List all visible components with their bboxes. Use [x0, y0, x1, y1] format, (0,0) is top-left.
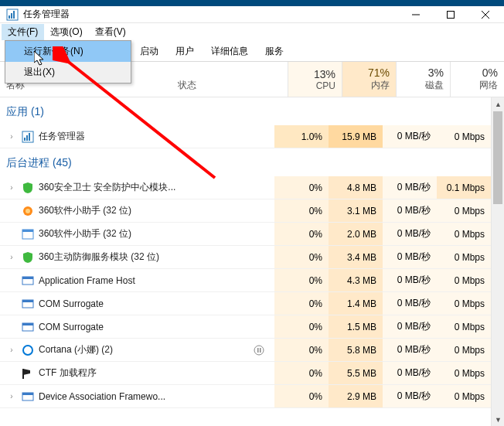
memory-cell: 4.3 MB	[329, 269, 383, 291]
cpu-cell: 1.0%	[274, 125, 329, 148]
memory-cell: 3.4 MB	[329, 246, 383, 268]
process-name: 360软件小助手 (32 位)	[39, 227, 131, 240]
cpu-cell: 0%	[274, 362, 329, 384]
scrollbar-thumb[interactable]	[493, 111, 502, 204]
column-memory[interactable]: 71% 内存	[342, 62, 396, 97]
menu-item-exit[interactable]: 退出(X)	[5, 62, 131, 83]
process-row[interactable]: COM Surrogate0%1.4 MB0 MB/秒0 Mbps	[0, 292, 491, 315]
chevron-right-icon[interactable]: ›	[6, 253, 17, 261]
process-list[interactable]: 应用 (1)›任务管理器1.0%15.9 MB0 MB/秒0 Mbps后台进程 …	[0, 97, 504, 426]
network-cell: 0 Mbps	[437, 339, 491, 361]
svg-rect-28	[22, 393, 33, 395]
menu-item-run-new-task[interactable]: 运行新任务(N)	[5, 41, 131, 62]
process-row[interactable]: ›360主动防御服务模块 (32 位)0%3.4 MB0 MB/秒0 Mbps	[0, 246, 491, 269]
chevron-right-icon[interactable]: ›	[6, 132, 17, 141]
cpu-cell: 0%	[274, 176, 329, 199]
disk-cell: 0 MB/秒	[383, 339, 437, 361]
memory-cell: 4.8 MB	[329, 176, 383, 199]
process-row[interactable]: Application Frame Host0%4.3 MB0 MB/秒0 Mb…	[0, 269, 491, 292]
process-name: 360主动防御服务模块 (32 位)	[39, 250, 159, 264]
process-name-cell: 360软件小助手 (32 位)	[0, 223, 243, 245]
maximize-button[interactable]	[433, 3, 468, 26]
process-row[interactable]: ›Device Association Framewo...0%2.9 MB0 …	[0, 385, 491, 408]
disk-cell: 0 MB/秒	[383, 176, 437, 199]
process-row[interactable]: ›360安全卫士 安全防护中心模块...0%4.8 MB0 MB/秒0.1 Mb…	[0, 176, 491, 199]
chevron-right-icon[interactable]: ›	[6, 346, 17, 354]
disk-cell: 0 MB/秒	[383, 385, 437, 407]
process-icon	[22, 344, 34, 356]
network-cell: 0 Mbps	[437, 223, 491, 245]
column-network[interactable]: 0% 网络	[450, 62, 504, 97]
tab-users[interactable]: 用户	[167, 41, 203, 61]
tab-startup[interactable]: 启动	[131, 41, 167, 61]
process-row[interactable]: COM Surrogate0%1.5 MB0 MB/秒0 Mbps	[0, 315, 491, 339]
disk-cell: 0 MB/秒	[383, 362, 437, 384]
cpu-cell: 0%	[274, 199, 329, 222]
memory-cell: 1.4 MB	[329, 292, 383, 315]
process-name-cell: COM Surrogate	[0, 292, 243, 315]
svg-rect-11	[29, 133, 30, 141]
minimize-button[interactable]	[398, 3, 433, 26]
process-row[interactable]: 360软件小助手 (32 位)0%2.0 MB0 MB/秒0 Mbps	[0, 223, 491, 246]
chevron-right-icon[interactable]: ›	[6, 392, 17, 400]
column-disk[interactable]: 3% 磁盘	[396, 62, 450, 97]
disk-cell: 0 MB/秒	[383, 223, 437, 245]
process-name: 360安全卫士 安全防护中心模块...	[39, 181, 175, 194]
svg-rect-21	[22, 323, 33, 325]
menu-file[interactable]: 文件(F)	[2, 24, 44, 40]
cpu-cell: 0%	[274, 223, 329, 245]
process-name-cell: ›360主动防御服务模块 (32 位)	[0, 246, 243, 268]
memory-cell: 3.1 MB	[329, 199, 383, 222]
status-cell	[243, 246, 274, 268]
status-cell	[243, 339, 274, 361]
network-cell: 0.1 Mbps	[437, 176, 491, 199]
process-row[interactable]: 360软件小助手 (32 位)0%3.1 MB0 MB/秒0 Mbps	[0, 199, 491, 223]
scroll-up-icon[interactable]: ▲	[492, 97, 504, 111]
svg-rect-3	[13, 11, 15, 19]
cpu-cell: 0%	[274, 269, 329, 291]
memory-cell: 15.9 MB	[329, 125, 383, 148]
process-row[interactable]: ›任务管理器1.0%15.9 MB0 MB/秒0 Mbps	[0, 125, 491, 148]
process-row[interactable]: ›Cortana (小娜) (2)0%5.8 MB0 MB/秒0 Mbps	[0, 339, 491, 362]
network-cell: 0 Mbps	[437, 125, 491, 148]
menu-view[interactable]: 查看(V)	[89, 24, 132, 40]
memory-cell: 2.0 MB	[329, 223, 383, 245]
section-apps[interactable]: 应用 (1)	[0, 97, 491, 125]
section-background[interactable]: 后台进程 (45)	[0, 148, 491, 176]
svg-rect-10	[26, 135, 28, 141]
app-icon	[6, 9, 19, 21]
scroll-down-icon[interactable]: ▼	[492, 413, 504, 426]
window-title: 任务管理器	[23, 8, 398, 21]
process-icon	[22, 205, 34, 217]
status-cell	[243, 199, 274, 222]
cpu-cell: 0%	[274, 339, 329, 361]
svg-rect-15	[22, 230, 33, 232]
process-name: Application Frame Host	[39, 275, 135, 286]
close-button[interactable]	[468, 3, 502, 26]
window-accent-bar	[0, 0, 504, 6]
chevron-right-icon[interactable]: ›	[6, 183, 17, 192]
network-cell: 0 Mbps	[437, 269, 491, 291]
process-name-cell: CTF 加载程序	[0, 362, 243, 384]
menu-options[interactable]: 选项(O)	[44, 24, 88, 40]
column-status[interactable]: 状态	[178, 79, 196, 92]
network-cell: 0 Mbps	[437, 385, 491, 407]
svg-point-23	[254, 346, 264, 355]
cpu-cell: 0%	[274, 292, 329, 315]
scrollbar[interactable]: ▲ ▼	[491, 97, 504, 426]
network-cell: 0 Mbps	[437, 315, 491, 338]
svg-rect-2	[11, 13, 12, 19]
memory-cell: 5.5 MB	[329, 362, 383, 384]
column-cpu[interactable]: 13% CPU	[288, 62, 342, 97]
cpu-cell: 0%	[274, 315, 329, 338]
process-name: Cortana (小娜) (2)	[39, 343, 113, 356]
process-icon	[22, 321, 34, 333]
status-cell	[243, 315, 274, 338]
tab-details[interactable]: 详细信息	[203, 41, 257, 61]
status-cell	[243, 269, 274, 291]
svg-rect-9	[24, 138, 26, 141]
process-row[interactable]: CTF 加载程序0%5.5 MB0 MB/秒0 Mbps	[0, 362, 491, 385]
disk-cell: 0 MB/秒	[383, 125, 437, 148]
svg-rect-19	[22, 300, 33, 302]
tab-services[interactable]: 服务	[257, 41, 292, 61]
